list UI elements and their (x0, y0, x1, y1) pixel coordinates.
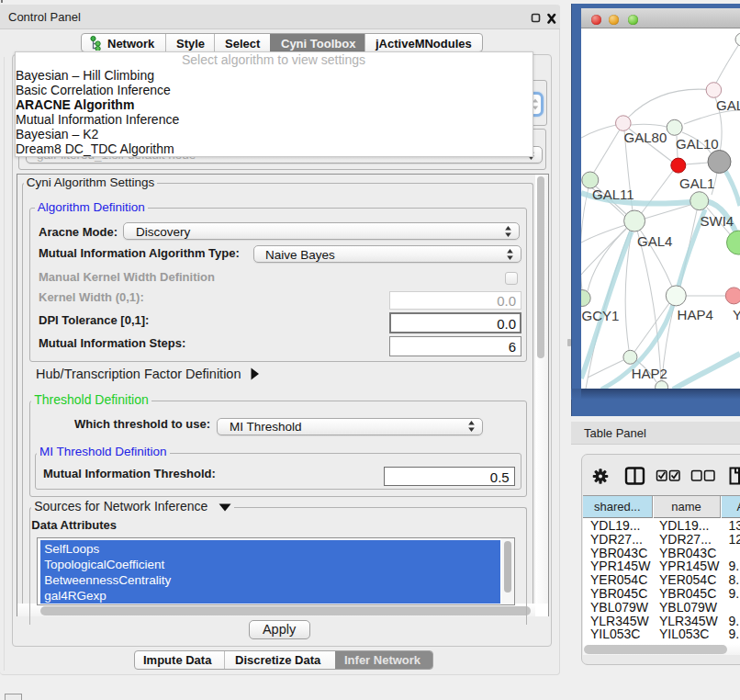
svg-text:GAL80: GAL80 (624, 130, 667, 145)
svg-text:GAL1: GAL1 (679, 175, 714, 191)
svg-text:HAP4: HAP4 (678, 307, 713, 322)
svg-text:YB: YB (733, 307, 740, 322)
svg-text:GAL11: GAL11 (592, 186, 634, 202)
svg-text:HAP2: HAP2 (632, 366, 667, 381)
svg-text:GAL10: GAL10 (676, 136, 719, 152)
svg-text:SWI4: SWI4 (701, 213, 734, 229)
svg-text:GAL2: GAL2 (716, 97, 740, 113)
svg-text:GAL4: GAL4 (637, 233, 672, 249)
svg-text:GCY1: GCY1 (582, 308, 620, 323)
